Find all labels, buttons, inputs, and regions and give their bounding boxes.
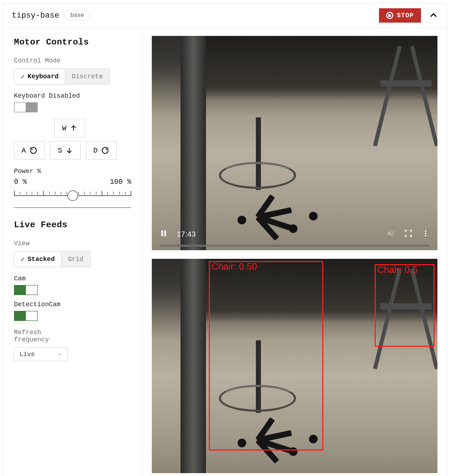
power-slider[interactable] [14, 187, 131, 200]
control-mode-keyboard[interactable]: ✓ Keyboard [14, 69, 65, 84]
detectioncam-feed[interactable]: Chair: 0.50Chair: 0.5 [152, 259, 437, 473]
stop-icon [386, 12, 393, 19]
toggle-knob [26, 311, 37, 321]
slider-thumb[interactable] [67, 190, 78, 201]
sidebar: Motor Controls Control Mode ✓ Keyboard D… [3, 28, 142, 476]
video-menu-button[interactable] [422, 229, 430, 239]
toggle-knob [14, 103, 26, 112]
control-mode-segmented: ✓ Keyboard Discrete [14, 69, 110, 84]
key-w-label: W [62, 124, 66, 132]
live-feeds-heading: Live Feeds [14, 220, 131, 230]
key-w-forward[interactable]: W [54, 119, 85, 137]
key-s-label: S [58, 146, 62, 155]
view-stacked-label: Stacked [28, 256, 55, 263]
key-a-rotate-left[interactable]: A [14, 141, 45, 160]
rotate-cw-icon [101, 146, 109, 154]
svg-point-7 [425, 235, 426, 236]
fullscreen-icon [404, 229, 412, 237]
refresh-frequency-select[interactable]: Live [14, 347, 68, 361]
device-type-chip: base [64, 10, 90, 20]
mute-button[interactable] [386, 229, 395, 239]
detection-bbox: Chair: 0.50 [209, 261, 323, 451]
pause-icon [160, 229, 168, 237]
svg-rect-3 [164, 230, 166, 237]
detection-label: Chair: 0.5 [377, 264, 418, 275]
check-icon: ✓ [21, 73, 25, 80]
key-d-label: D [93, 146, 98, 155]
direction-pad: W A S D [14, 119, 131, 160]
device-title: tipsy-base [12, 11, 59, 20]
cam-feed[interactable]: 17:43 [152, 36, 437, 250]
video-progress-bar[interactable] [160, 245, 430, 247]
view-grid-label: Grid [68, 256, 83, 263]
video-controls: 17:43 [152, 225, 437, 250]
chevron-up-icon [429, 11, 438, 20]
arrow-down-icon [66, 147, 73, 154]
power-max-label: 100 % [110, 178, 131, 186]
power-label: Power % [14, 168, 131, 175]
control-mode-label: Control Mode [14, 57, 131, 64]
cam-label: Cam [14, 275, 131, 282]
key-d-rotate-right[interactable]: D [86, 141, 117, 160]
view-stacked[interactable]: ✓ Stacked [14, 252, 61, 267]
detection-bbox: Chair: 0.5 [375, 264, 435, 347]
control-mode-discrete-label: Discrete [72, 73, 103, 80]
pause-button[interactable] [160, 229, 168, 239]
keyboard-disabled-toggle[interactable] [14, 102, 38, 112]
refresh-frequency-value: Live [19, 351, 35, 358]
cam-toggle[interactable] [14, 285, 38, 295]
header-bar: tipsy-base base STOP [3, 3, 447, 28]
view-grid[interactable]: Grid [61, 252, 90, 267]
view-segmented: ✓ Stacked Grid [14, 251, 90, 267]
key-a-label: A [22, 146, 26, 155]
video-timestamp: 17:43 [177, 230, 196, 238]
kebab-icon [422, 229, 430, 237]
detectioncam-toggle[interactable] [14, 311, 38, 321]
view-label: View [14, 240, 131, 247]
rotate-ccw-icon [29, 146, 37, 154]
motor-controls-heading: Motor Controls [14, 37, 131, 47]
arrow-up-icon [70, 125, 77, 132]
section-divider [14, 207, 131, 208]
stop-button[interactable]: STOP [379, 8, 421, 23]
camera-image [152, 36, 437, 250]
check-icon: ✓ [21, 255, 25, 263]
svg-point-6 [425, 233, 426, 234]
svg-line-4 [392, 230, 394, 236]
stop-button-label: STOP [397, 12, 414, 19]
control-mode-keyboard-label: Keyboard [28, 73, 58, 80]
svg-rect-2 [161, 230, 163, 237]
refresh-frequency-label: Refresh frequency [14, 329, 64, 343]
chevron-down-icon [57, 351, 62, 357]
toggle-knob [26, 285, 37, 295]
control-mode-discrete[interactable]: Discrete [65, 69, 109, 84]
svg-point-5 [425, 230, 426, 232]
fullscreen-button[interactable] [404, 229, 412, 239]
key-s-back[interactable]: S [50, 141, 81, 160]
feeds-area: 17:43 [142, 28, 447, 476]
detection-label: Chair: 0.50 [211, 261, 257, 272]
volume-muted-icon [386, 229, 395, 238]
detectioncam-label: DetectionCam [14, 301, 131, 308]
keyboard-disabled-label: Keyboard Disabled [14, 92, 131, 99]
collapse-toggle[interactable] [429, 11, 438, 20]
power-min-label: 0 % [14, 178, 27, 186]
